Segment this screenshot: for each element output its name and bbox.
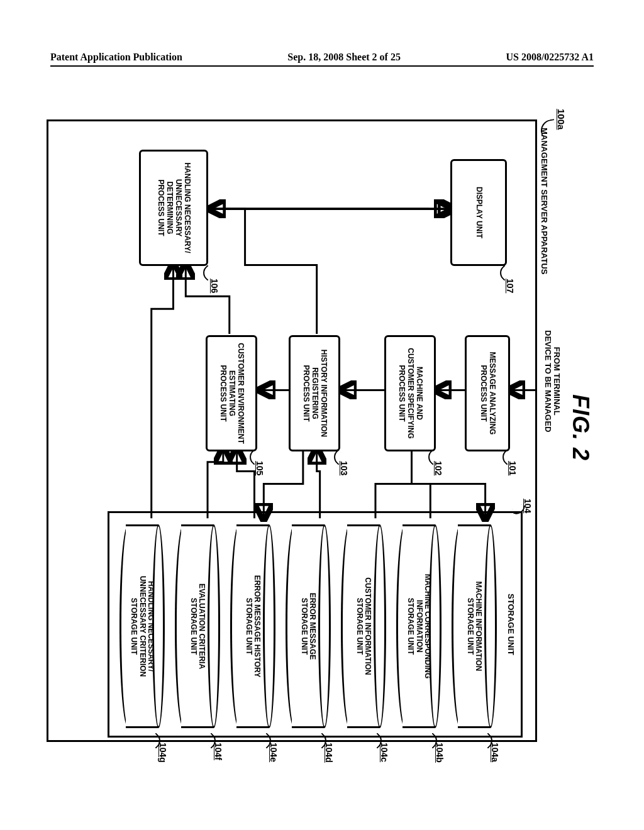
- ref-100a: 100a: [556, 109, 567, 130]
- ref-104a: 104a: [490, 743, 500, 762]
- cyl-104f-label: EVALUATION CRITERIA STORAGE UNIT: [189, 584, 206, 669]
- message-analyzing-block: MESSAGE ANALYZING PROCESS UNIT: [465, 335, 510, 451]
- storage-unit-label: STORAGE UNIT: [506, 513, 516, 736]
- ref-100a-text: 100a: [556, 109, 567, 130]
- ref-101: 101: [508, 461, 518, 475]
- ref-104c: 104c: [379, 743, 389, 762]
- handling-determining-block: HANDLING NECESSARY/ UNNECESSARY DETERMIN…: [139, 150, 208, 266]
- customer-env-estimating-block: CUSTOMER ENVIRONMENT ESTIMATING PROCESS …: [206, 335, 257, 451]
- ref-104f: 104f: [213, 743, 223, 760]
- cyl-104e: ERROR MESSAGE HISTORY STORAGE UNIT: [230, 524, 275, 728]
- header-rule: [50, 65, 594, 67]
- cyl-104b: MACHINE CORRESPONDING INFORMATION STORAG…: [396, 524, 441, 728]
- ref-104e: 104e: [269, 743, 279, 762]
- ref-104g: 104g: [158, 743, 168, 763]
- history-registering-block: HISTORY INFORMATION REGISTERING PROCESS …: [289, 335, 340, 451]
- ref-106: 106: [209, 279, 219, 293]
- ref-102: 102: [433, 461, 443, 475]
- cyl-104f: EVALUATION CRITERIA STORAGE UNIT: [175, 524, 220, 728]
- machine-customer-specifying-block: MACHINE AND CUSTOMER SPECIFYING PROCESS …: [384, 335, 436, 451]
- cyl-104g-label: HANDLING NECESSARY/ UNNECESSARY CRITERIO…: [130, 576, 155, 677]
- history-registering-label: HISTORY INFORMATION REGISTERING PROCESS …: [301, 350, 327, 438]
- cyl-104d-label: ERROR MESSAGE STORAGE UNIT: [300, 593, 316, 660]
- figure-title: FIG. 2: [567, 82, 594, 773]
- message-analyzing-label: MESSAGE ANALYZING PROCESS UNIT: [479, 352, 496, 435]
- ref-103: 103: [339, 461, 349, 475]
- cyl-104d: ERROR MESSAGE STORAGE UNIT: [286, 524, 331, 728]
- machine-customer-specifying-label: MACHINE AND CUSTOMER SPECIFYING PROCESS …: [397, 348, 423, 438]
- apparatus-label: MANAGEMENT SERVER APPARATUS: [540, 128, 549, 275]
- cyl-104g: HANDLING NECESSARY/ UNNECESSARY CRITERIO…: [119, 524, 165, 728]
- figure-area: FIG. 2 FROM TERMINAL DEVICE TO BE MANAGE…: [38, 82, 606, 773]
- ref-104d: 104d: [324, 743, 334, 763]
- storage-unit: STORAGE UNIT MACHINE INFORMATION STORAGE…: [108, 511, 523, 738]
- header-right: US 2008/0225732 A1: [506, 52, 594, 63]
- ref-104b: 104b: [435, 743, 445, 763]
- management-server-apparatus: 100a MANAGEMENT SERVER APPARATUS: [47, 119, 537, 742]
- cyl-104c: CUSTOMER INFORMATION STORAGE UNIT: [341, 524, 386, 728]
- handling-determining-label: HANDLING NECESSARY/ UNNECESSARY DETERMIN…: [156, 162, 191, 253]
- ref-105: 105: [255, 461, 265, 475]
- header-left: Patent Application Publication: [50, 52, 182, 63]
- display-unit-block: DISPLAY UNIT: [450, 159, 507, 266]
- page: Patent Application Publication Sep. 18, …: [0, 0, 644, 830]
- cyl-104c-label: CUSTOMER INFORMATION STORAGE UNIT: [355, 577, 372, 675]
- cyl-104b-label: MACHINE CORRESPONDING INFORMATION STORAG…: [406, 574, 431, 679]
- input-source-label: FROM TERMINAL DEVICE TO BE MANAGED: [543, 330, 561, 432]
- header-center: Sep. 18, 2008 Sheet 2 of 25: [287, 52, 401, 63]
- ref-107: 107: [505, 279, 515, 293]
- cyl-104e-label: ERROR MESSAGE HISTORY STORAGE UNIT: [245, 575, 261, 678]
- cyl-104a: MACHINE INFORMATION STORAGE UNIT: [452, 524, 497, 728]
- header-row: Patent Application Publication Sep. 18, …: [50, 52, 594, 63]
- cyl-104a-label: MACHINE INFORMATION STORAGE UNIT: [466, 581, 482, 671]
- figure-2-diagram: FIG. 2 FROM TERMINAL DEVICE TO BE MANAGE…: [38, 82, 606, 773]
- customer-env-estimating-label: CUSTOMER ENVIRONMENT ESTIMATING PROCESS …: [218, 343, 244, 443]
- display-unit-label: DISPLAY UNIT: [474, 187, 483, 238]
